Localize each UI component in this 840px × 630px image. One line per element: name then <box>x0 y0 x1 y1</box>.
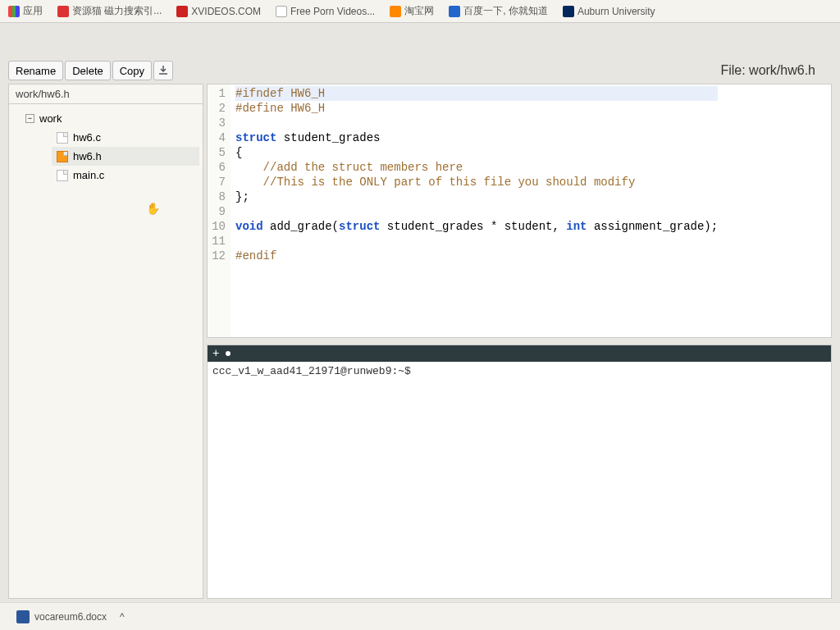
bookmark-item[interactable]: Auburn University <box>563 6 655 17</box>
favicon-icon <box>57 6 69 17</box>
bookmark-apps[interactable]: 应用 <box>8 4 43 18</box>
file-icon <box>57 132 68 144</box>
tree-file-hw6h[interactable]: hw6.h <box>52 147 199 166</box>
favicon-icon <box>276 6 287 17</box>
bookmark-item[interactable]: 百度一下, 你就知道 <box>449 4 548 18</box>
current-file-label: File: work/hw6.h <box>720 63 832 78</box>
favicon-icon <box>390 6 401 17</box>
download-icon <box>158 65 169 76</box>
line-number-gutter: 123456789101112 <box>208 84 231 337</box>
terminal-panel: + ccc_v1_w_aad41_21971@runweb9:~$ <box>207 345 832 599</box>
download-button[interactable] <box>153 61 173 80</box>
file-tree-sidebar: work/hw6.h − work hw6.c hw6.h main.c <box>8 84 203 599</box>
word-doc-icon <box>16 610 30 623</box>
collapse-icon[interactable]: − <box>25 114 34 123</box>
taskbar-expand-icon[interactable]: ^ <box>120 611 125 623</box>
favicon-icon <box>176 6 188 17</box>
tree-folder[interactable]: − work <box>21 109 199 128</box>
bookmarks-bar: 应用 资源猫 磁力搜索引... XVIDEOS.COM Free Porn Vi… <box>0 0 840 23</box>
favicon-icon <box>449 6 460 17</box>
terminal-body[interactable]: ccc_v1_w_aad41_21971@runweb9:~$ <box>208 362 831 381</box>
code-editor[interactable]: 123456789101112 #ifndef HW6_H#define HW6… <box>207 84 832 338</box>
bookmark-item[interactable]: XVIDEOS.COM <box>176 6 261 17</box>
code-content[interactable]: #ifndef HW6_H#define HW6_H struct studen… <box>231 84 723 337</box>
terminal-tab-indicator[interactable] <box>226 351 231 356</box>
os-taskbar: vocareum6.docx ^ <box>0 602 840 630</box>
tree-file-hw6c[interactable]: hw6.c <box>52 128 199 147</box>
bookmark-item[interactable]: Free Porn Videos... <box>276 6 375 17</box>
rename-button[interactable]: Rename <box>8 61 63 80</box>
tree-file-mainc[interactable]: main.c <box>52 166 199 185</box>
file-icon <box>57 151 68 162</box>
favicon-icon <box>563 6 574 17</box>
toolbar: Rename Delete Copy File: work/hw6.h <box>8 59 832 82</box>
bookmark-item[interactable]: 资源猫 磁力搜索引... <box>57 4 162 18</box>
apps-icon <box>8 6 20 17</box>
delete-button[interactable]: Delete <box>65 61 111 80</box>
taskbar-doc-item[interactable]: vocareum6.docx <box>16 610 107 623</box>
terminal-prompt: ccc_v1_w_aad41_21971@runweb9:~$ <box>212 365 411 377</box>
terminal-tabbar: + <box>208 345 831 362</box>
copy-button[interactable]: Copy <box>112 61 152 80</box>
terminal-add-button[interactable]: + <box>212 347 219 360</box>
sidebar-header: work/hw6.h <box>9 84 203 104</box>
file-icon <box>57 170 68 181</box>
ide-container: Rename Delete Copy File: work/hw6.h work… <box>8 59 832 599</box>
bookmark-item[interactable]: 淘宝网 <box>390 4 434 18</box>
